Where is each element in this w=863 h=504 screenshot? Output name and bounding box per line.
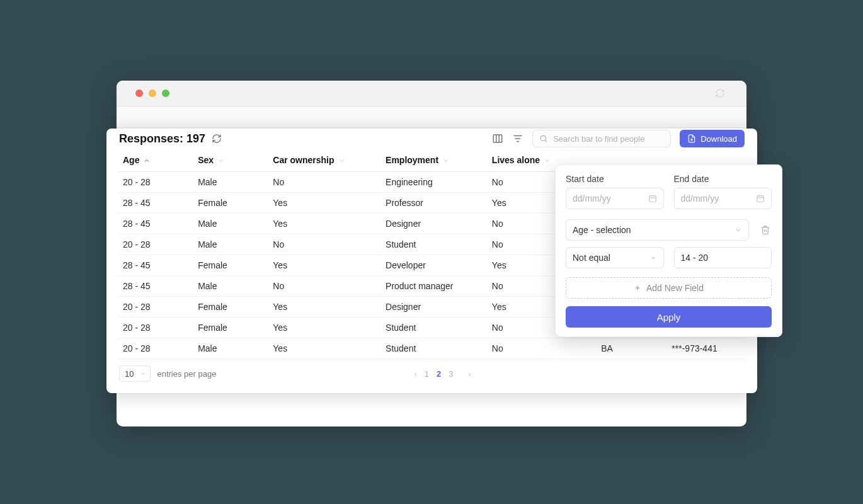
card-header: Responses: 197 Download [119,129,745,149]
table-cell: 20 - 28 [119,234,194,255]
calendar-icon [648,194,657,203]
table-cell: ***-973-441 [644,338,745,359]
refresh-icon[interactable] [212,134,222,144]
table-cell: Male [194,276,269,297]
filter-panel: Start date dd/mm/yy End date dd/mm/yy Ag… [555,164,782,337]
table-cell: Student [382,338,488,359]
table-cell: Student [382,318,488,338]
table-cell: Yes [269,214,382,234]
table-cell: Engineering [382,172,488,193]
table-cell: No [269,234,382,255]
browser-tabs-bar [117,106,746,128]
filter-field-select[interactable]: Age - selection [566,219,749,241]
table-cell: Female [194,255,269,276]
table-cell: Designer [382,297,488,318]
svg-rect-9 [649,196,656,202]
table-cell: Professor [382,193,488,214]
table-cell: 28 - 45 [119,214,194,234]
filter-value-input[interactable]: 14 - 20 [674,247,772,268]
add-new-field-button[interactable]: Add New Field [566,277,772,299]
table-cell: Male [194,172,269,193]
table-cell: Male [194,214,269,234]
pagination-page[interactable]: 2 [437,369,441,379]
table-cell: 28 - 45 [119,255,194,276]
chevron-down-icon [734,226,742,234]
table-cell: Yes [269,193,382,214]
filter-icon[interactable] [512,133,523,144]
table-row[interactable]: 20 - 28MaleYesStudentNoBA***-973-441 [119,338,745,359]
pagination-prev[interactable]: ‹ [414,369,417,379]
svg-rect-0 [493,135,502,142]
table-cell: Female [194,318,269,338]
table-cell: Designer [382,214,488,234]
chevron-down-icon [544,157,551,164]
columns-icon[interactable] [492,133,503,144]
svg-line-7 [546,140,547,142]
table-cell: Male [194,338,269,359]
end-date-label: End date [674,174,772,184]
plus-icon [634,284,641,292]
svg-rect-13 [757,196,764,202]
column-header[interactable]: Employment [382,149,488,172]
filter-operator-select[interactable]: Not equal [566,247,664,268]
search-input-wrap[interactable] [532,130,671,147]
chevron-up-icon [143,157,151,164]
column-header[interactable]: Age [119,149,194,172]
browser-refresh-icon [715,88,725,98]
page-title: Responses: 197 [119,132,205,146]
table-cell: 20 - 28 [119,318,194,338]
entries-label: entries per page [157,369,216,379]
maximize-window-dot[interactable] [162,89,169,97]
chevron-down-icon [620,157,627,164]
table-cell: Developer [382,255,488,276]
download-label: Download [700,134,737,144]
chevron-down-icon [338,157,346,164]
table-cell: 20 - 28 [119,338,194,359]
table-cell: Yes [269,255,382,276]
table-cell: No [269,276,382,297]
apply-button[interactable]: Apply [566,306,772,328]
table-cell: Female [194,193,269,214]
download-icon [687,134,696,143]
table-cell: BA [569,338,644,359]
chevron-down-icon [706,157,714,164]
start-date-label: Start date [566,174,664,184]
svg-point-6 [541,135,546,140]
table-cell: No [488,338,569,359]
table-cell: 20 - 28 [119,297,194,318]
chevron-down-icon [442,157,450,164]
table-cell: No [269,172,382,193]
delete-filter-icon[interactable] [759,225,772,235]
chevron-down-icon [140,370,146,377]
pagination-page[interactable]: 3 [449,369,453,379]
table-cell: 20 - 28 [119,172,194,193]
table-cell: 28 - 45 [119,193,194,214]
download-button[interactable]: Download [680,130,745,147]
search-input[interactable] [553,134,664,144]
table-cell: Yes [269,297,382,318]
close-window-dot[interactable] [135,89,143,97]
pagination: ‹ 123 › [414,369,471,379]
table-footer: 10 entries per page ‹ 123 › [119,365,745,382]
column-header[interactable]: Sex [194,149,269,172]
table-cell: Yes [269,338,382,359]
chevron-down-icon [649,254,657,261]
calendar-icon [756,194,765,203]
window-controls [117,81,746,106]
table-cell: Yes [269,318,382,338]
minimize-window-dot[interactable] [149,89,156,97]
end-date-input[interactable]: dd/mm/yy [674,188,772,209]
column-header[interactable]: Car ownership [269,149,382,172]
chevron-down-icon [217,157,225,164]
search-icon [539,134,548,143]
table-cell: Male [194,234,269,255]
table-cell: Female [194,297,269,318]
table-cell: Student [382,234,488,255]
table-cell: Product manager [382,276,488,297]
entries-per-page-select[interactable]: 10 [119,365,151,382]
table-cell: 28 - 45 [119,276,194,297]
pagination-page[interactable]: 1 [425,369,429,379]
pagination-next[interactable]: › [469,369,471,379]
start-date-input[interactable]: dd/mm/yy [566,188,664,209]
